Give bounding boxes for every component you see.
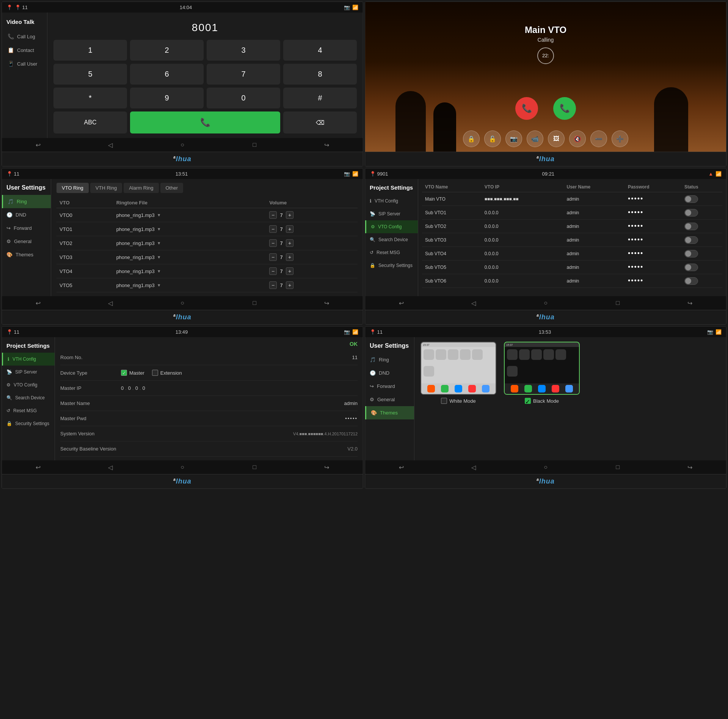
themes-item-general[interactable]: ⚙ General [365,393,414,406]
key-hash[interactable]: # [283,88,357,108]
accept-button[interactable]: 📞 [553,97,576,120]
key-5[interactable]: 5 [53,64,127,85]
masterip-value[interactable]: 0 . 0 . 0 . 0 [121,385,358,391]
key-abc[interactable]: ABC [53,111,127,133]
nav-left-p4[interactable]: ◁ [468,300,480,307]
p5-item-resetmsg[interactable]: ↺ Reset MSG [2,404,55,417]
nav-forward-p6[interactable]: ↪ [684,464,696,471]
vto-ip-5[interactable]: 0.0.0.0 [482,261,564,274]
toggle-5[interactable] [684,264,698,271]
ring-file-0[interactable]: phone_ring1.mp3 ▼ [113,208,267,222]
nav-square-p4[interactable]: □ [612,300,624,306]
nav-square-p1[interactable]: □ [248,141,260,148]
toggle-3[interactable] [684,236,698,244]
ip-oct4[interactable]: 0 [143,385,145,391]
settings-item-forward[interactable]: ↪ Forward [2,221,51,235]
mastername-value[interactable]: admin [121,400,358,406]
settings-item-ring[interactable]: 🎵 Ring [2,195,51,208]
vol-up-2[interactable]: + [286,239,293,247]
roomno-value[interactable]: 11 [121,355,358,360]
nav-home-p1[interactable]: ○ [176,141,188,148]
themes-item-themes[interactable]: 🎨 Themes [365,406,414,419]
key-4[interactable]: 4 [283,40,357,61]
extension-checkbox-item[interactable]: Extension [152,370,182,376]
nav-square-p6[interactable]: □ [612,464,624,471]
settings-item-general[interactable]: ⚙ General [2,235,51,248]
nav-square-p3[interactable]: □ [248,300,260,306]
proj-item-searchdevice[interactable]: 🔍 Search Device [365,233,418,246]
toggle-0[interactable] [684,195,698,203]
sidebar-item-contact[interactable]: 📋 Contact [2,43,47,57]
toggle-1[interactable] [684,209,698,217]
vto-ip-1[interactable]: 0.0.0.0 [482,206,564,220]
nav-square-p5[interactable]: □ [248,464,260,471]
vto-ip-4[interactable]: 0.0.0.0 [482,247,564,261]
vol-down-1[interactable]: − [269,225,277,233]
themes-item-ring[interactable]: 🎵 Ring [365,353,414,366]
key-0[interactable]: 0 [207,88,280,108]
vol-up-0[interactable]: + [286,211,293,219]
p5-item-vtoconfig[interactable]: ⚙ VTO Config [2,378,55,391]
tab-alarm-ring[interactable]: Alarm Ring [124,183,158,193]
vto-status-5[interactable] [681,261,722,274]
nav-home-p5[interactable]: ○ [176,464,188,471]
black-mode-checkbox[interactable]: ✓ [525,398,531,404]
tab-other[interactable]: Other [160,183,184,193]
key-3[interactable]: 3 [207,40,280,61]
volume-up-icon[interactable]: ➕ [612,130,628,147]
p5-item-sipserver[interactable]: 📡 SIP Server [2,366,55,378]
toggle-4[interactable] [684,250,698,257]
toggle-2[interactable] [684,223,698,230]
vto-status-3[interactable] [681,233,722,247]
p5-item-searchdevice[interactable]: 🔍 Search Device [2,391,55,404]
tab-vth-ring[interactable]: VTH Ring [90,183,122,193]
proj-item-sipserver[interactable]: 📡 SIP Server [365,207,418,220]
white-mode-checkbox[interactable] [441,398,447,404]
vto-ip-3[interactable]: 0.0.0.0 [482,233,564,247]
nav-forward-p3[interactable]: ↪ [321,300,333,307]
ip-oct3[interactable]: 0 [135,385,138,391]
key-6[interactable]: 6 [130,64,204,85]
nav-left-p1[interactable]: ◁ [104,141,116,149]
tab-vto-ring[interactable]: VTO Ring [56,183,89,193]
video-icon[interactable]: 📹 [527,130,543,147]
nav-left-p6[interactable]: ◁ [468,464,480,471]
vol-down-4[interactable]: − [269,267,277,275]
vol-down-5[interactable]: − [269,281,277,289]
vol-up-4[interactable]: + [286,267,293,275]
nav-back-p4[interactable]: ↩ [395,300,407,307]
proj-item-vthconfig[interactable]: ℹ VTH Config [365,195,418,207]
themes-item-forward[interactable]: ↪ Forward [365,380,414,393]
volume-down-icon[interactable]: ➖ [590,130,607,147]
key-star[interactable]: * [53,88,127,108]
vol-down-0[interactable]: − [269,211,277,219]
key-2[interactable]: 2 [130,40,204,61]
vto-status-4[interactable] [681,247,722,261]
sidebar-item-calllog[interactable]: 📞 Call Log [2,30,47,43]
ring-file-4[interactable]: phone_ring1.mp3 ▼ [113,264,267,278]
lock-open-icon[interactable]: 🔓 [484,130,501,147]
key-7[interactable]: 7 [207,64,280,85]
key-8[interactable]: 8 [283,64,357,85]
mute-icon[interactable]: 🔇 [569,130,586,147]
ring-file-1[interactable]: phone_ring1.mp3 ▼ [113,222,267,236]
vto-status-1[interactable] [681,206,722,220]
ring-file-3[interactable]: phone_ring1.mp3 ▼ [113,250,267,264]
vol-down-2[interactable]: − [269,239,277,247]
p5-item-vthconfig[interactable]: ℹ VTH Config [2,353,55,366]
extension-checkbox[interactable] [152,370,158,376]
key-9[interactable]: 9 [130,88,204,108]
ring-file-5[interactable]: phone_ring1.mp3 ▼ [113,278,267,292]
vto-status-2[interactable] [681,220,722,233]
key-call[interactable]: 📞 [130,111,280,133]
nav-home-p4[interactable]: ○ [540,300,552,306]
nav-home-p3[interactable]: ○ [176,300,188,306]
camera-icon[interactable]: 📷 [505,130,522,147]
ring-file-2[interactable]: phone_ring1.mp3 ▼ [113,236,267,250]
proj-item-security[interactable]: 🔒 Security Settings [365,259,418,272]
master-checkbox[interactable]: ✓ [121,370,127,376]
ip-oct2[interactable]: 0 [128,385,131,391]
vto-ip-0[interactable]: ■■■.■■■.■■■.■■ [482,192,564,206]
nav-back-p5[interactable]: ↩ [32,464,44,471]
nav-back-p1[interactable]: ↩ [32,141,44,149]
